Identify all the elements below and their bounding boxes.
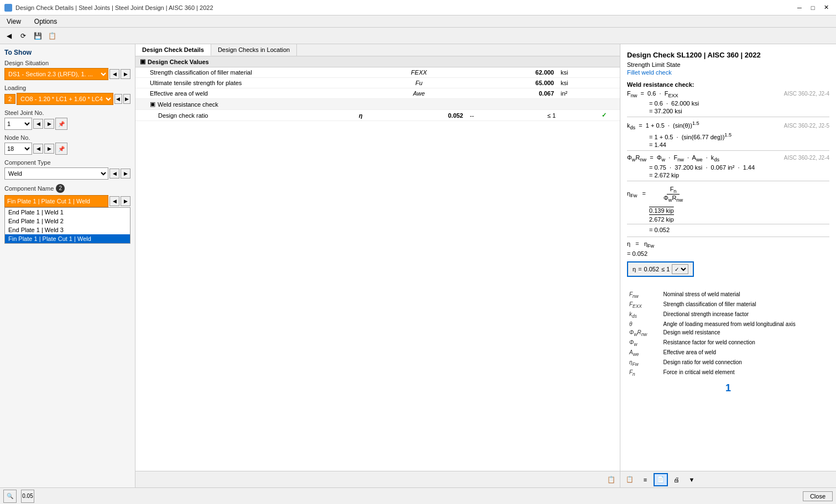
close-button[interactable]: Close <box>803 491 833 501</box>
joint-pin[interactable]: 📌 <box>55 118 67 130</box>
etafw-val-line: 2.672 kip <box>627 216 829 224</box>
component-name-next[interactable]: ▶ <box>121 196 130 206</box>
component-name-label: Component Name <box>4 185 54 192</box>
app-icon <box>4 4 12 12</box>
component-type-label: Component Type <box>4 159 130 166</box>
component-type-row: Weld ◀ ▶ <box>4 167 130 180</box>
menu-view[interactable]: View <box>2 17 25 27</box>
status-search-btn[interactable]: 🔍 <box>3 490 17 503</box>
right-tb-list[interactable]: ≡ <box>638 473 652 486</box>
menu-bar: View Options <box>0 15 836 28</box>
toolbar-back-button[interactable]: ◀ <box>2 29 15 43</box>
row-strength-classification: Strength classification of filler materi… <box>147 67 377 77</box>
steel-joint-no-label: Steel Joint No. <box>4 109 130 116</box>
table-row: Strength classification of filler materi… <box>135 67 620 78</box>
table-row: Effective area of weld Awe 0.067 in² <box>135 88 620 99</box>
row-effective-area-unit: in² <box>557 88 620 98</box>
legend-desc: Resistance factor for weld connection <box>661 338 829 348</box>
component-type-prev[interactable]: ◀ <box>109 169 119 179</box>
row-tensile-symbol: Fu <box>377 78 461 88</box>
tab-design-check-details[interactable]: Design Check Details <box>135 44 211 56</box>
component-name-selected[interactable]: Fin Plate 1 | Plate Cut 1 | Weld <box>4 195 108 207</box>
center-copy-btn[interactable]: 📋 <box>604 473 618 486</box>
eta-value: = 0.052 <box>627 250 829 257</box>
right-check-type[interactable]: Fillet weld check <box>627 69 829 76</box>
status-value-btn[interactable]: 0.05 <box>21 490 34 503</box>
steel-joint-no-select[interactable]: 1 <box>4 118 32 130</box>
design-check-values-header[interactable]: ▣ Design Check Values <box>135 56 620 67</box>
window-controls: ─ □ ✕ <box>794 2 832 13</box>
option-end-plate-weld1[interactable]: End Plate 1 | Weld 1 <box>5 208 130 217</box>
right-toolbar: 📋 ≡ 📄 🖨 ▼ <box>620 471 836 487</box>
component-type-next[interactable]: ▶ <box>121 169 130 179</box>
legend-row: Awe Effective area of weld <box>627 348 829 358</box>
status-bar: 🔍 0.05 Close <box>0 487 836 504</box>
toolbar-copy-button[interactable]: 📋 <box>45 29 59 43</box>
row-effective-area-value: 0.067 <box>461 88 557 98</box>
component-name-list: End Plate 1 | Weld 1 End Plate 1 | Weld … <box>4 207 130 244</box>
row-tensile-name: Ultimate tensile strength for plates <box>147 78 377 88</box>
right-panel: Design Check SL1200 | AISC 360 | 2022 St… <box>620 44 836 487</box>
joint-prev[interactable]: ◀ <box>33 119 43 129</box>
node-next[interactable]: ▶ <box>44 144 54 154</box>
minimize-button[interactable]: ─ <box>794 2 805 13</box>
fnw-val1: = 0.6 · 62.000 ksi <box>627 100 829 107</box>
check-result-select[interactable]: ✓ <box>672 264 688 274</box>
node-pin[interactable]: 📌 <box>55 143 67 155</box>
fnw-ref: AISC 360-22, J2-4 <box>763 91 829 97</box>
fnw-val2: = 37.200 ksi <box>627 108 829 117</box>
row-tensile-unit: ksi <box>557 78 620 88</box>
option-end-plate-weld2[interactable]: End Plate 1 | Weld 2 <box>5 217 130 225</box>
eta-numerator: Fn <box>667 186 680 195</box>
design-situation-prev[interactable]: ◀ <box>109 69 119 79</box>
phirnw-formula-row: ΦwRnw = Φw · Fnw · Awe · kds AISC 360-22… <box>627 154 829 162</box>
menu-options[interactable]: Options <box>30 17 61 27</box>
legend-desc: Design ratio for weld connection <box>661 358 829 368</box>
loading-row: 2 CO8 - 1.20 * LC1 + 1.60 * LC4 ◀ ▶ <box>4 93 130 105</box>
loading-select[interactable]: CO8 - 1.20 * LC1 + 1.60 * LC4 <box>17 93 113 105</box>
toolbar-save-button[interactable]: 💾 <box>31 29 44 43</box>
right-tb-view[interactable]: 📄 <box>654 473 668 486</box>
center-bottom-bar: 📋 <box>135 471 620 487</box>
toolbar: ◀ ⟳ 💾 📋 <box>0 28 836 44</box>
table-row-design-check-ratio: Design check ratio η 0.052 -- ≤ 1 ✓ <box>135 110 620 121</box>
etafw-formula-row: ηFw = Fn ΦwRnw <box>627 186 829 203</box>
eta-equals-row: η = ηFw <box>627 240 829 249</box>
joint-next[interactable]: ▶ <box>44 119 54 129</box>
component-type-select[interactable]: Weld <box>4 167 108 180</box>
option-end-plate-weld3[interactable]: End Plate 1 | Weld 3 <box>5 225 130 234</box>
loading-prev[interactable]: ◀ <box>114 94 122 104</box>
option-fin-plate-weld[interactable]: Fin Plate 1 | Plate Cut 1 | Weld <box>5 234 130 243</box>
legend-desc: Effective area of weld <box>661 348 829 358</box>
close-button[interactable]: ✕ <box>821 2 832 13</box>
right-tb-copy[interactable]: 📋 <box>623 473 637 486</box>
right-tb-print[interactable]: 🖨 <box>669 473 683 486</box>
to-show-label: To Show <box>4 49 130 56</box>
node-no-select[interactable]: 18 <box>4 143 32 155</box>
legend-desc: Strength classification of filler materi… <box>661 300 829 310</box>
table-row-weld-resistance[interactable]: ▣ Weld resistance check <box>135 99 620 110</box>
maximize-button[interactable]: □ <box>807 2 818 13</box>
legend-row: θ Angle of loading measured from weld lo… <box>627 320 829 328</box>
design-situation-next[interactable]: ▶ <box>121 69 130 79</box>
design-situation-select[interactable]: DS1 - Section 2.3 (LRFD), 1. ... <box>4 68 108 80</box>
kds-val2: = 1.44 <box>627 141 829 151</box>
toolbar-refresh-button[interactable]: ⟳ <box>17 29 30 43</box>
ratio-check: ≤ 1 <box>515 111 588 120</box>
component-name-prev[interactable]: ◀ <box>109 196 119 206</box>
ratio-result: ✓ <box>588 110 620 120</box>
tab-design-checks-location[interactable]: Design Checks in Location <box>211 44 297 56</box>
check-table: ▣ Design Check Values Strength classific… <box>135 56 620 121</box>
right-tb-dropdown[interactable]: ▼ <box>685 473 699 486</box>
phirnw-ref: AISC 360-22, J2-4 <box>763 155 829 161</box>
phirnw-val1: = 0.75 · 37.200 ksi · 0.067 in² · 1.44 <box>627 164 829 171</box>
node-prev[interactable]: ◀ <box>33 144 43 154</box>
collapse-icon: ▣ <box>140 58 145 65</box>
weld-resistance-name: ▣ Weld resistance check <box>147 99 377 109</box>
window-title: Design Check Details | Steel Joints | St… <box>15 4 213 11</box>
legend-desc: Force in critical weld element <box>661 368 829 378</box>
left-panel: To Show Design Situation DS1 - Section 2… <box>0 44 135 487</box>
loading-next[interactable]: ▶ <box>123 94 131 104</box>
row-strength-symbol: FEXX <box>377 67 461 77</box>
component-name-dropdown[interactable]: Fin Plate 1 | Plate Cut 1 | Weld ◀ ▶ End… <box>4 195 130 207</box>
